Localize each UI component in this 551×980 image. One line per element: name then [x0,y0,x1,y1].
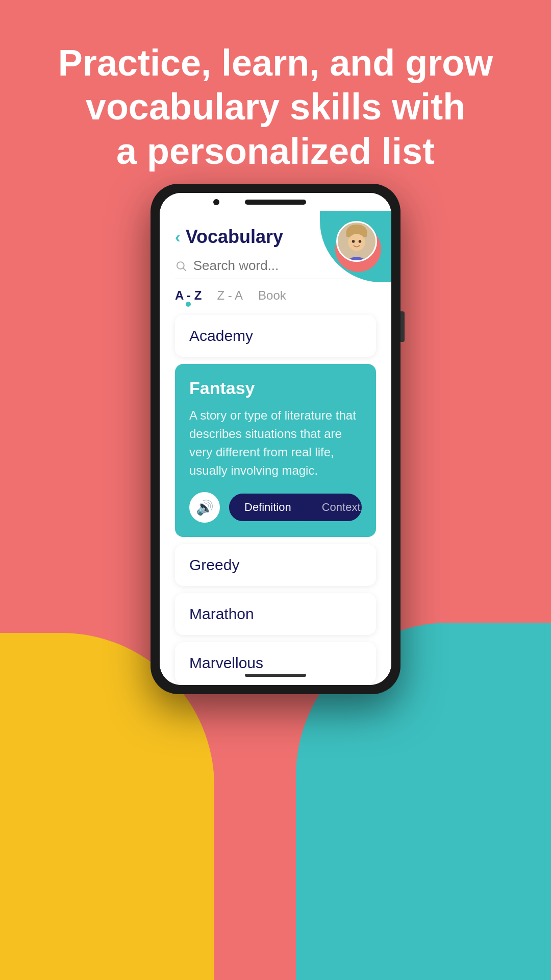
expanded-actions: 🔊 Definition Context [189,492,362,523]
back-button[interactable]: ‹ [175,228,181,247]
definition-context-tabs: Definition Context [229,494,362,521]
word-label-greedy: Greedy [189,556,239,573]
word-card-greedy[interactable]: Greedy [175,544,376,586]
headline-text2: vocabulary skills with [86,86,465,127]
word-card-fantasy[interactable]: Fantasy A story or type of literature th… [175,364,376,537]
screen-content: ‹ Vocabulary A - Z [160,211,391,685]
expanded-word-label: Fantasy [189,378,362,398]
speaker-button[interactable]: 🔊 [189,492,220,523]
svg-point-6 [177,262,184,269]
phone-inner: ‹ Vocabulary A - Z [160,193,391,685]
tab-context[interactable]: Context [307,494,362,521]
vocab-header: ‹ Vocabulary [160,211,391,248]
headline-text: Practice, learn, and grow [58,42,493,83]
phone-notch [160,193,391,211]
phone-mockup: ‹ Vocabulary A - Z [151,184,400,745]
word-card-marvellous[interactable]: Marvellous [175,642,376,684]
word-card-marathon[interactable]: Marathon [175,593,376,635]
camera-dot [213,199,219,205]
headline: Practice, learn, and grow vocabulary ski… [0,41,551,173]
phone-home-indicator [245,674,306,677]
speaker-icon: 🔊 [196,499,214,516]
headline-text3: a personalized list [116,131,435,172]
sort-tab-book[interactable]: Book [258,288,286,306]
sort-tab-az[interactable]: A - Z [175,288,202,306]
sort-tab-za[interactable]: Z - A [217,288,243,306]
svg-line-7 [183,268,186,271]
word-label-academy: Academy [189,327,253,344]
word-label-marathon: Marathon [189,605,254,622]
notch-bar [245,200,306,205]
word-label-marvellous: Marvellous [189,654,263,671]
tab-definition[interactable]: Definition [229,494,307,521]
expanded-definition-text: A story or type of literature that descr… [189,406,362,480]
word-list: Academy Fantasy A story or type of liter… [160,306,391,685]
phone-outer: ‹ Vocabulary A - Z [151,184,400,694]
back-title-row: ‹ Vocabulary [175,226,376,248]
sort-tabs: A - Z Z - A Book [160,279,391,306]
page-title: Vocabulary [186,226,283,248]
word-card-academy[interactable]: Academy [175,315,376,357]
search-icon [175,259,187,273]
